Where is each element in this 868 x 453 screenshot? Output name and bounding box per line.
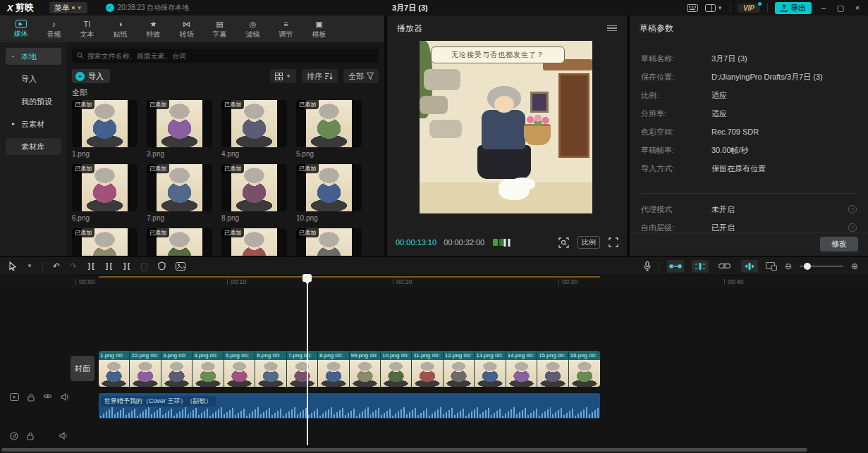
media-item[interactable]: 已添加1.png: [72, 100, 137, 158]
video-clip[interactable]: 6.png 00:: [255, 351, 286, 387]
shortcut-keyboard-icon[interactable]: [687, 4, 698, 12]
sidebar-item-cloud[interactable]: ▸云素材: [6, 116, 61, 132]
tab-media[interactable]: ▶媒体: [4, 15, 37, 42]
record-voiceover-icon[interactable]: [644, 261, 651, 271]
preview-axis-toggle[interactable]: [741, 260, 758, 273]
media-item[interactable]: 已添加: [72, 228, 137, 256]
tab-captions[interactable]: ▤字幕: [203, 15, 236, 42]
zoom-out-icon[interactable]: ⊖: [785, 261, 792, 271]
vip-button[interactable]: VIP: [738, 4, 760, 13]
linkage-toggle[interactable]: [716, 260, 733, 273]
hide-track-icon[interactable]: [43, 393, 52, 402]
track-overlay-icon[interactable]: [10, 393, 19, 402]
sidebar-item-local[interactable]: •本地: [6, 48, 61, 65]
split-icon[interactable]: ][: [87, 261, 94, 271]
media-item[interactable]: 已添加: [296, 228, 362, 256]
media-item[interactable]: 已添加: [147, 228, 212, 256]
tab-adjust[interactable]: ≡调节: [269, 15, 302, 42]
main-track-magnet-toggle[interactable]: [667, 260, 684, 273]
media-item[interactable]: 已添加7.png: [147, 164, 212, 222]
video-clip[interactable]: 15.png 00:: [537, 351, 568, 387]
video-clip[interactable]: 3.png 00:: [161, 351, 192, 387]
help-icon[interactable]: ?: [848, 205, 857, 213]
split-right-icon[interactable]: ][: [123, 261, 130, 271]
pause-button[interactable]: [504, 239, 511, 247]
menu-button[interactable]: 菜单 ▼: [49, 2, 87, 13]
video-clip[interactable]: 14.png 00:: [506, 351, 537, 387]
chevron-down-icon[interactable]: ▼: [27, 263, 32, 269]
playhead-handle[interactable]: [302, 274, 312, 282]
media-item[interactable]: 已添加8.png: [221, 164, 287, 222]
zoom-in-icon[interactable]: ⊕: [851, 261, 858, 271]
media-item[interactable]: 已添加5.png: [296, 100, 362, 158]
tab-text[interactable]: TI文本: [71, 15, 104, 42]
media-item[interactable]: 已添加6.png: [72, 164, 137, 222]
window-close-button[interactable]: ×: [852, 4, 862, 12]
cover-button[interactable]: 封面: [71, 356, 94, 381]
auto-snap-toggle[interactable]: [692, 260, 709, 273]
video-clip[interactable]: 11.png 00:: [412, 351, 443, 387]
aspect-ratio-button[interactable]: 比例: [577, 236, 600, 249]
tab-effects[interactable]: ★特效: [137, 15, 170, 42]
fullscreen-icon[interactable]: [609, 237, 618, 247]
tab-transitions[interactable]: ⋈转场: [170, 15, 203, 42]
tab-filters[interactable]: ◎滤镜: [236, 15, 269, 42]
modify-button[interactable]: 修改: [820, 237, 858, 252]
undo-button[interactable]: ↶: [53, 261, 60, 271]
tab-audio[interactable]: ♪音频: [37, 15, 71, 42]
video-clip[interactable]: 13.png 00:: [475, 351, 506, 387]
window-minimize-button[interactable]: –: [819, 4, 829, 12]
import-button[interactable]: + 导入: [72, 69, 110, 83]
player-menu-icon[interactable]: [607, 25, 617, 32]
tab-templates[interactable]: ▣模板: [302, 15, 336, 42]
video-clip[interactable]: 22.png 00:: [130, 351, 161, 387]
layout-switch-button[interactable]: ▼: [705, 4, 723, 12]
playhead-line[interactable]: [307, 274, 308, 445]
media-item[interactable]: 已添加3.png: [147, 100, 212, 158]
search-bar[interactable]: [72, 49, 379, 63]
window-maximize-button[interactable]: ▢: [836, 4, 845, 13]
timeline-zoom-slider[interactable]: [800, 266, 843, 267]
export-button[interactable]: 导出: [775, 2, 812, 14]
video-clip[interactable]: 8.png 00:: [318, 351, 349, 387]
video-clip[interactable]: 99.png 00:: [350, 351, 381, 387]
help-icon[interactable]: ?: [848, 223, 857, 232]
video-clip[interactable]: 7.png 00:: [287, 351, 318, 387]
sort-button[interactable]: 排序: [302, 69, 338, 83]
video-preview[interactable]: 无论接受与否也都发生了？: [420, 41, 592, 213]
sidebar-item-library[interactable]: 素材库: [6, 138, 61, 155]
sidebar-item-import[interactable]: 导入: [6, 70, 61, 87]
timeline-ruler[interactable]: 00:0000:1000:2000:3000:40: [0, 276, 868, 289]
audio-track-icon[interactable]: [10, 432, 18, 440]
video-clip[interactable]: 5.png 00:: [224, 351, 255, 387]
image-adjust-icon[interactable]: [176, 262, 185, 271]
lock-track-icon[interactable]: [27, 432, 34, 440]
video-clip[interactable]: 10.png 00:: [381, 351, 412, 387]
timeline-scrollbar[interactable]: [0, 447, 868, 452]
filter-button[interactable]: 全部: [343, 69, 379, 83]
media-item[interactable]: 已添加10.png: [296, 164, 362, 222]
select-tool-button[interactable]: [8, 261, 17, 271]
mask-shield-icon[interactable]: [158, 261, 166, 271]
preview-quality-icon[interactable]: [493, 239, 504, 246]
split-left-icon[interactable]: ][: [104, 261, 112, 271]
video-clip[interactable]: 12.png 00:: [444, 351, 475, 387]
video-clip[interactable]: 4.png 00:: [192, 351, 224, 387]
timeline-scrollbar-thumb[interactable]: [1, 448, 807, 452]
focus-frame-icon[interactable]: [558, 237, 569, 248]
delete-icon[interactable]: ▢: [140, 261, 148, 271]
video-clip[interactable]: 1.png 00:: [99, 351, 130, 387]
tab-sticker[interactable]: ◑贴纸: [104, 15, 137, 42]
redo-button[interactable]: ↷: [70, 261, 77, 271]
audio-clip[interactable]: 世界赠予我的（Cover 王菲）（副歌）: [99, 393, 600, 418]
lock-track-icon[interactable]: [27, 393, 35, 402]
view-mode-button[interactable]: ▼: [270, 69, 296, 83]
video-clip[interactable]: 16.png 00:: [569, 351, 600, 387]
zoom-slider-knob[interactable]: [804, 263, 811, 270]
search-input[interactable]: [87, 52, 374, 60]
mute-track-icon[interactable]: [59, 432, 68, 440]
mute-track-icon[interactable]: [61, 393, 69, 402]
mirror-preview-icon[interactable]: [766, 262, 777, 271]
media-item[interactable]: 已添加: [221, 228, 287, 256]
sidebar-item-presets[interactable]: 我的预设: [6, 93, 61, 110]
